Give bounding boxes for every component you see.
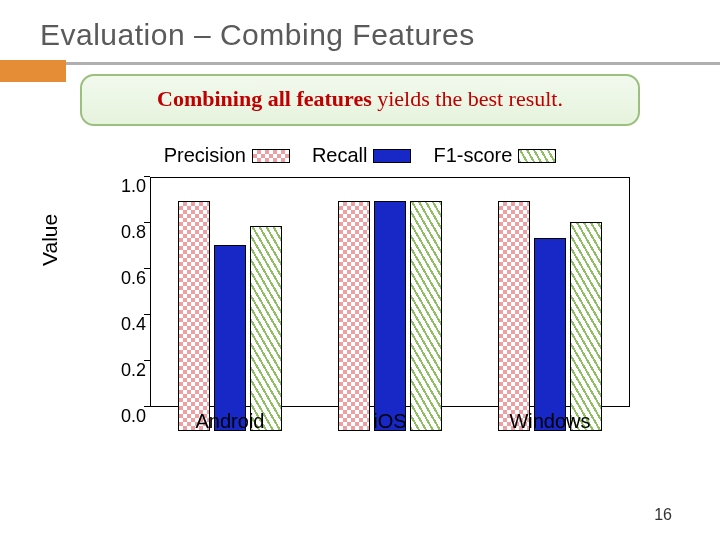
bar-precision	[178, 201, 210, 431]
y-tick-label: 0.4	[118, 314, 146, 335]
legend-precision-swatch-icon	[252, 149, 290, 163]
bar-f1-score	[570, 222, 602, 431]
bar-precision	[498, 201, 530, 431]
slide: Evaluation – Combing Features Combining …	[0, 0, 720, 540]
legend-f1-swatch-icon	[518, 149, 556, 163]
x-tick-label: Windows	[490, 410, 610, 433]
y-tick-mark	[144, 268, 150, 270]
chart-plot: Value 0.00.20.40.60.81.0AndroidiOSWindow…	[80, 171, 640, 431]
chart-legend: Precision Recall F1-score	[80, 144, 640, 167]
highlight-callout: Combining all features yields the best r…	[80, 74, 640, 126]
legend-recall-label: Recall	[312, 144, 368, 167]
y-tick-mark	[144, 222, 150, 224]
x-tick-label: iOS	[330, 410, 450, 433]
legend-f1: F1-score	[433, 144, 556, 167]
y-tick-mark	[144, 360, 150, 362]
y-tick-label: 0.2	[118, 360, 146, 381]
legend-recall-swatch-icon	[373, 149, 411, 163]
y-tick-label: 0.8	[118, 222, 146, 243]
page-number: 16	[654, 506, 672, 524]
legend-precision-label: Precision	[164, 144, 246, 167]
bar-recall	[374, 201, 406, 431]
bar-f1-score	[250, 226, 282, 431]
bar-recall	[214, 245, 246, 431]
bar-precision	[338, 201, 370, 431]
rule-grey	[0, 62, 720, 65]
bar-recall	[534, 238, 566, 431]
chart: Precision Recall F1-score Value 0.00.20.…	[80, 144, 640, 464]
y-tick-label: 0.6	[118, 268, 146, 289]
y-tick-mark	[144, 176, 150, 178]
slide-title: Evaluation – Combing Features	[40, 18, 680, 52]
callout-rest: yields the best result.	[372, 86, 563, 111]
y-tick-label: 1.0	[118, 176, 146, 197]
legend-recall: Recall	[312, 144, 412, 167]
callout-bold: Combining all features	[157, 86, 372, 111]
legend-precision: Precision	[164, 144, 290, 167]
y-tick-mark	[144, 314, 150, 316]
y-tick-label: 0.0	[118, 406, 146, 427]
y-tick-mark	[144, 406, 150, 408]
rule-orange-accent	[0, 60, 66, 82]
x-tick-label: Android	[170, 410, 290, 433]
bar-f1-score	[410, 201, 442, 431]
legend-f1-label: F1-score	[433, 144, 512, 167]
y-axis-label: Value	[38, 214, 62, 266]
